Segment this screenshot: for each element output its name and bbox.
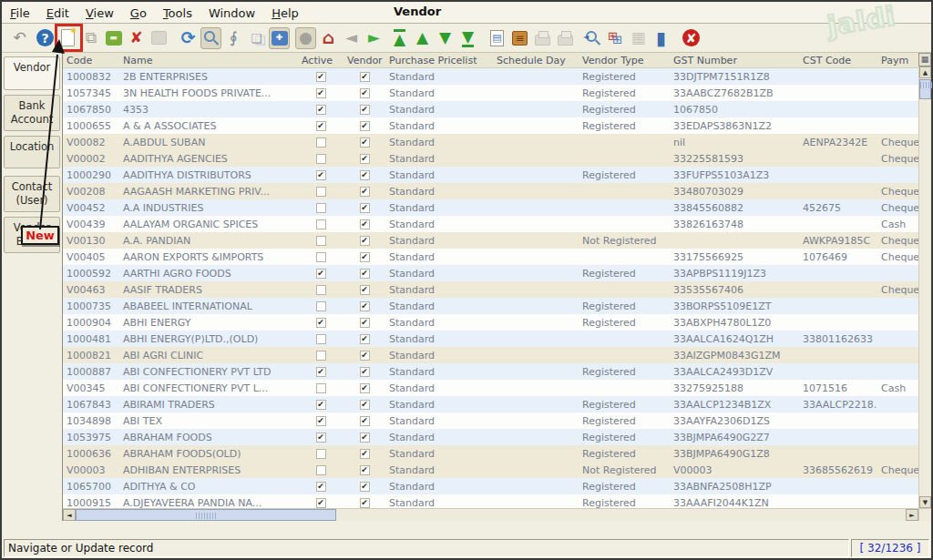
lookup-icon[interactable]: [200, 27, 221, 49]
vendor-checkbox[interactable]: ✔: [360, 187, 370, 197]
table-row[interactable]: 10573453N HEALTH FOODS PRIVATE...✔✔Stand…: [63, 85, 919, 101]
vendor-checkbox[interactable]: ✔: [360, 400, 370, 410]
vendor-checkbox[interactable]: ✔: [360, 203, 370, 213]
active-checkbox[interactable]: ✔: [316, 121, 326, 131]
vertical-scrollbar[interactable]: ▲ ▼: [918, 66, 931, 508]
sidebar-tab-contact-user[interactable]: Contact(User): [4, 176, 60, 212]
column-chooser-icon[interactable]: ▦: [918, 53, 931, 66]
table-row[interactable]: 1000290AADITHYA DISTRIBUTORS✔✔StandardRe…: [63, 167, 919, 183]
vendor-checkbox[interactable]: ✔: [360, 449, 370, 459]
vendor-checkbox[interactable]: ✔: [360, 301, 370, 311]
vendor-checkbox[interactable]: ✔: [360, 219, 370, 229]
active-checkbox[interactable]: ✔: [316, 318, 326, 328]
menu-help[interactable]: Help: [263, 4, 307, 22]
menu-tools[interactable]: Tools: [155, 4, 200, 22]
column-header-name[interactable]: Name: [119, 53, 298, 67]
vendor-checkbox[interactable]: ✔: [360, 105, 370, 115]
active-checkbox[interactable]: ✔: [316, 367, 326, 377]
column-header-schedule[interactable]: Schedule Day: [493, 53, 579, 67]
next-record-icon[interactable]: ▼: [435, 27, 456, 49]
sidebar-tab-vendor[interactable]: Vendor: [4, 56, 60, 90]
attachment-icon[interactable]: ∮: [223, 27, 244, 49]
column-header-gst[interactable]: GST Number: [670, 53, 799, 67]
vendor-checkbox[interactable]: ✔: [360, 433, 370, 443]
table-row[interactable]: V00439AALAYAM ORGANIC SPICES✔Standard338…: [63, 216, 919, 232]
menu-edit[interactable]: Edit: [38, 4, 77, 22]
last-record-icon[interactable]: ▼: [457, 27, 478, 49]
vendor-checkbox[interactable]: ✔: [360, 137, 370, 148]
table-row[interactable]: 1000592AARTHI AGRO FOODS✔✔StandardRegist…: [63, 265, 919, 281]
table-row[interactable]: 1000655A & A ASSOCIATES✔✔StandardRegiste…: [63, 117, 919, 134]
horizontal-scroll-thumb[interactable]: [76, 509, 336, 521]
table-row[interactable]: 10008322B ENTERPRISES✔✔StandardRegistere…: [63, 68, 919, 85]
active-checkbox[interactable]: [316, 465, 326, 475]
menu-view[interactable]: View: [77, 4, 122, 22]
vendor-checkbox[interactable]: ✔: [360, 318, 370, 328]
vendor-checkbox[interactable]: ✔: [360, 252, 370, 262]
comments-icon[interactable]: ❏: [246, 27, 267, 49]
help-icon[interactable]: ?: [35, 27, 56, 49]
column-header-cst[interactable]: CST Code: [799, 53, 877, 67]
delete-basket-icon[interactable]: ▬: [103, 27, 124, 49]
vendor-checkbox[interactable]: ✔: [360, 121, 370, 131]
active-checkbox[interactable]: ✔: [316, 416, 326, 426]
active-checkbox[interactable]: [316, 301, 326, 311]
column-header-pricelist[interactable]: Purchase Pricelist: [385, 53, 493, 67]
table-row[interactable]: 1067843ABIRAMI TRADERS✔✔StandardRegister…: [63, 396, 919, 412]
workflow-icon[interactable]: ●: [295, 27, 316, 49]
expand-icon[interactable]: ✚: [269, 27, 290, 49]
vendor-checkbox[interactable]: ✔: [360, 154, 370, 164]
vendor-checkbox[interactable]: ✔: [360, 351, 370, 361]
vendor-checkbox[interactable]: ✔: [360, 334, 370, 344]
refresh-icon[interactable]: ⟳: [178, 27, 199, 49]
table-row[interactable]: V00405AARON EXPORTS &IMPORTS✔Standard331…: [63, 249, 919, 265]
scroll-left-arrow-icon[interactable]: ◄: [63, 509, 76, 521]
table-row[interactable]: V00208AAGAASH MARKETING PRIV...✔Standard…: [63, 183, 919, 199]
table-row[interactable]: 1000821ABI AGRI CLINIC✔Standard33AIZGPM0…: [63, 347, 919, 363]
active-checkbox[interactable]: [316, 351, 326, 361]
horizontal-scroll-track[interactable]: [336, 509, 906, 521]
table-row[interactable]: 1053975ABRAHAM FOODS✔✔StandardRegistered…: [63, 429, 919, 445]
active-checkbox[interactable]: [316, 449, 326, 459]
table-row[interactable]: 1000887ABI CONFECTIONERY PVT LTD✔✔Standa…: [63, 363, 919, 380]
active-checkbox[interactable]: ✔: [316, 269, 326, 279]
column-header-payment[interactable]: Paym: [877, 53, 919, 67]
active-checkbox[interactable]: ✔: [316, 88, 326, 98]
active-checkbox[interactable]: [316, 137, 326, 148]
notebook-icon[interactable]: ▮: [651, 27, 672, 49]
table-row[interactable]: 1000735ABABEEL INTERNATIONAL✔StandardReg…: [63, 298, 919, 314]
first-record-icon[interactable]: ▲: [389, 27, 410, 49]
active-checkbox[interactable]: ✔: [316, 498, 326, 508]
active-checkbox[interactable]: ✔: [316, 433, 326, 443]
archive-icon[interactable]: ≡: [509, 27, 530, 49]
active-checkbox[interactable]: [316, 334, 326, 344]
table-row[interactable]: V00345ABI CONFECTIONERY PVT L...✔Standar…: [63, 380, 919, 396]
horizontal-scrollbar[interactable]: ◄ ►: [63, 508, 931, 521]
close-window-icon[interactable]: ✘: [681, 27, 702, 49]
vendor-checkbox[interactable]: ✔: [360, 72, 370, 82]
home-icon[interactable]: ⌂: [318, 27, 339, 49]
active-checkbox[interactable]: [316, 154, 326, 164]
active-checkbox[interactable]: ✔: [316, 72, 326, 82]
active-checkbox[interactable]: [316, 252, 326, 262]
related-items-icon[interactable]: ⊞: [605, 27, 626, 49]
vendor-checkbox[interactable]: ✔: [360, 482, 370, 492]
active-checkbox[interactable]: ✔: [316, 482, 326, 492]
table-row[interactable]: 1034898ABI TEX✔✔StandardRegistered33AAYF…: [63, 412, 919, 429]
vendor-checkbox[interactable]: ✔: [360, 367, 370, 377]
scroll-down-arrow-icon[interactable]: ▼: [919, 496, 931, 508]
column-header-active[interactable]: Active: [298, 53, 343, 67]
active-checkbox[interactable]: [316, 285, 326, 295]
vendor-checkbox[interactable]: ✔: [360, 269, 370, 279]
table-row[interactable]: V00463AASIF TRADERS✔Standard33535567406C…: [63, 281, 919, 298]
table-row[interactable]: V00003ADHIBAN ENTERPRISES✔StandardNot Re…: [63, 462, 919, 478]
table-row[interactable]: 1000481ABHI ENERGY(P)LTD.,(OLD)✔Standard…: [63, 331, 919, 347]
report-icon[interactable]: ▤: [487, 27, 508, 49]
sidebar-tab-location[interactable]: Location: [4, 136, 60, 168]
previous-record-icon[interactable]: ▲: [412, 27, 433, 49]
vertical-scroll-thumb[interactable]: [919, 79, 931, 99]
copy-record-icon[interactable]: ⧉: [80, 27, 101, 49]
vendor-checkbox[interactable]: ✔: [360, 236, 370, 246]
menu-file[interactable]: File: [2, 4, 38, 22]
active-checkbox[interactable]: [316, 187, 326, 197]
